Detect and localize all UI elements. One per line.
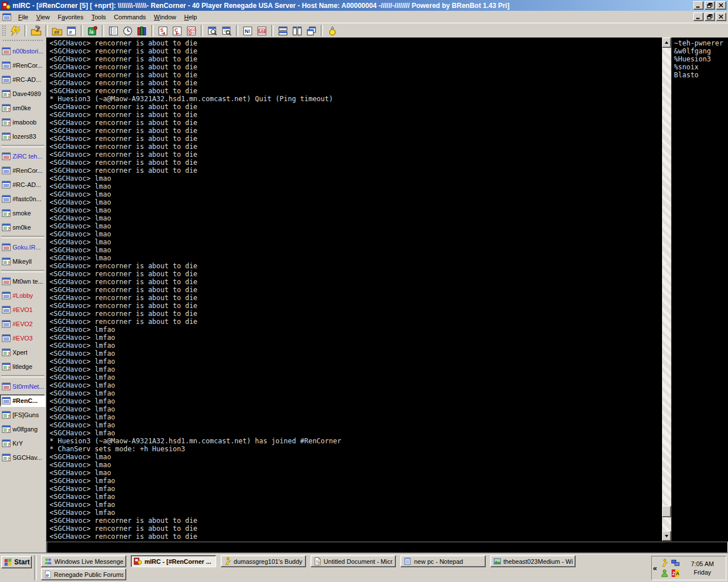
menu-window[interactable]: Window (150, 12, 180, 22)
nicklist-item[interactable]: &w0lfgang (674, 47, 728, 55)
find-text-button[interactable] (205, 24, 220, 38)
nicklist-item[interactable]: %snoix (674, 63, 728, 71)
task-row-1: Windows Live MessengermIRC - [#RenCorner… (38, 555, 651, 568)
chat-line: <SGCHavoc> lmfao (49, 373, 662, 381)
switchbar-item-w0lfgang[interactable]: ?w0lfgang (1, 423, 45, 435)
task-button-new-pc-notepad[interactable]: new pc - Notepad (400, 555, 486, 567)
switchbar-item-fsguns[interactable]: ?[FS]Guns (1, 409, 45, 421)
switchbar-item-kry[interactable]: ?KrY (1, 438, 45, 449)
switchbar-item-sm0ke[interactable]: ?sm0ke (1, 102, 45, 114)
switchbar-item-sm0ke[interactable]: ?sm0ke (1, 222, 45, 233)
window-titlebar[interactable]: mIRC - [#RenCorner [5] [ +nprt]: \\\\\\\… (0, 0, 728, 11)
connect-button[interactable] (8, 24, 22, 38)
switchbar-item-rencor[interactable]: #RenCor... (1, 60, 45, 71)
help-books-button[interactable] (135, 24, 149, 38)
scrollbar-thumb[interactable] (662, 506, 671, 517)
switchbar-item-n00bstori[interactable]: n00bstori... (1, 45, 45, 57)
nicklist-item[interactable]: %Huesion3 (674, 55, 728, 63)
switchbar-item-imaboob[interactable]: ?imaboob (1, 117, 45, 128)
task-button-windows-live-messenger[interactable]: Windows Live Messenger (41, 555, 126, 567)
switchbar-item-renc[interactable]: #RenC... (1, 395, 45, 406)
task-button-thebeast023medium-wi[interactable]: thebeast023Medium - Wi... (490, 555, 576, 567)
cascade-button[interactable] (304, 24, 318, 38)
channel-window-icon (2, 181, 11, 189)
timer-button[interactable] (121, 24, 135, 38)
switchbar-item-rcad[interactable]: #RC-AD... (1, 74, 45, 85)
tray-chevron[interactable]: « (653, 564, 660, 572)
network-tray-icon[interactable] (671, 559, 680, 568)
script-editor-button[interactable]: /a (85, 24, 100, 38)
task-button-untitled-document-micr[interactable]: Untitled Document - Micr... (311, 555, 396, 567)
nicklist-item[interactable]: ~teh-pwnerer (674, 39, 728, 47)
switchbar-item-mikeyll[interactable]: ?Mikeyll (1, 256, 45, 267)
switchbar-separator (1, 236, 44, 238)
message-input[interactable] (47, 542, 727, 554)
dcc-button[interactable]: DCC (184, 24, 198, 38)
restore-button[interactable] (705, 1, 715, 10)
start-button[interactable]: Start (1, 556, 32, 568)
channels-folder-button[interactable]: ## (50, 24, 64, 38)
switchbar-item-gokuir[interactable]: Goku.IR... (1, 242, 45, 253)
switchbar-gripper[interactable] (2, 39, 43, 41)
switchbar-item-mt0wnte[interactable]: Mt0wn te... (1, 276, 45, 287)
connect-icon (10, 26, 20, 36)
chat-line: <SGCHavoc> lmfao (49, 357, 662, 365)
switchbar-item-sgchav[interactable]: ?SGCHav... (1, 452, 45, 463)
task-button-mirc-rencorner[interactable]: mIRC - [#RenCorner ... (131, 555, 216, 567)
notify-list-button[interactable]: N! (241, 24, 255, 38)
switchbar-item-rcad[interactable]: #RC-AD... (1, 179, 45, 190)
task-button-renegade-public-forums[interactable]: eRenegade Public Forums... (41, 568, 126, 580)
switchbar-item-evo2[interactable]: #EVO2 (1, 318, 45, 330)
menu-commands[interactable]: Commands (110, 12, 150, 22)
mdi-close-button[interactable] (716, 13, 726, 21)
svg-text:C: C (175, 27, 178, 32)
switchbar-item-zircteh[interactable]: ZiRC teh... (1, 151, 45, 162)
chat-scrollbar[interactable] (662, 38, 671, 541)
svg-text:?: ? (7, 260, 10, 265)
nicklist-item[interactable]: Blasto (674, 71, 728, 79)
switchbar-item-dave4989[interactable]: ?Dave4989 (1, 88, 45, 99)
switchbar-item-fastc0n[interactable]: #fastc0n... (1, 193, 45, 205)
tile-vertical-button[interactable] (290, 24, 304, 38)
scrollbar-track[interactable] (662, 48, 671, 531)
switchbar-item-st0rmnet[interactable]: St0rmNet... (1, 381, 45, 392)
mdi-restore-button[interactable] (705, 13, 715, 21)
switchbar-item-evo3[interactable]: #EVO3 (1, 332, 45, 344)
channel-window-icon[interactable] (2, 13, 11, 21)
dcc-icon: DCC (186, 26, 197, 36)
task-button-dumassgreg101-s-buddy[interactable]: dumassgreg101's Buddy ... (221, 555, 306, 567)
svg-text:##: ## (54, 30, 60, 35)
mdi-minimize-button[interactable] (693, 13, 704, 21)
scroll-up-button[interactable] (662, 38, 671, 48)
switchbar-item-evo1[interactable]: #EVO1 (1, 304, 45, 315)
search-log-button[interactable] (220, 24, 234, 38)
menu-help[interactable]: Help (180, 12, 201, 22)
url-list-button[interactable]: URL (255, 24, 269, 38)
tile-horizontal-button[interactable] (276, 24, 290, 38)
toolbar-gripper[interactable] (2, 25, 6, 36)
menu-file[interactable]: File (14, 12, 32, 22)
get-file-button[interactable]: C (170, 24, 184, 38)
messenger-tray-icon[interactable] (660, 569, 669, 578)
channel-list-button[interactable]: # (64, 24, 78, 38)
switchbar-item-rencor[interactable]: #RenCor... (1, 165, 45, 176)
address-book-button[interactable] (106, 24, 121, 38)
send-file-button[interactable]: S (156, 24, 170, 38)
switchbar-item-smoke[interactable]: ?smoke (1, 207, 45, 219)
switchbar-item-xpert[interactable]: ?Xpert (1, 347, 45, 358)
switchbar-item-lozers83[interactable]: ?lozers83 (1, 131, 45, 142)
menu-tools[interactable]: Tools (88, 12, 110, 22)
query-window-icon: ? (2, 348, 11, 356)
switchbar-item-litledge[interactable]: ?litledge (1, 361, 45, 372)
away-button[interactable] (325, 24, 340, 38)
options-button[interactable] (29, 24, 43, 38)
switchbar-item-lobby[interactable]: #Lobby (1, 290, 45, 301)
scroll-down-button[interactable] (662, 531, 671, 541)
aim-tray-icon[interactable] (660, 559, 669, 568)
zonealarm-tray-icon[interactable]: ZA (671, 569, 680, 578)
menu-view[interactable]: View (32, 12, 54, 22)
query-window-icon: ? (2, 209, 11, 217)
close-button[interactable] (716, 1, 726, 10)
menu-favorites[interactable]: Favorites (53, 12, 87, 22)
minimize-button[interactable] (693, 1, 704, 10)
